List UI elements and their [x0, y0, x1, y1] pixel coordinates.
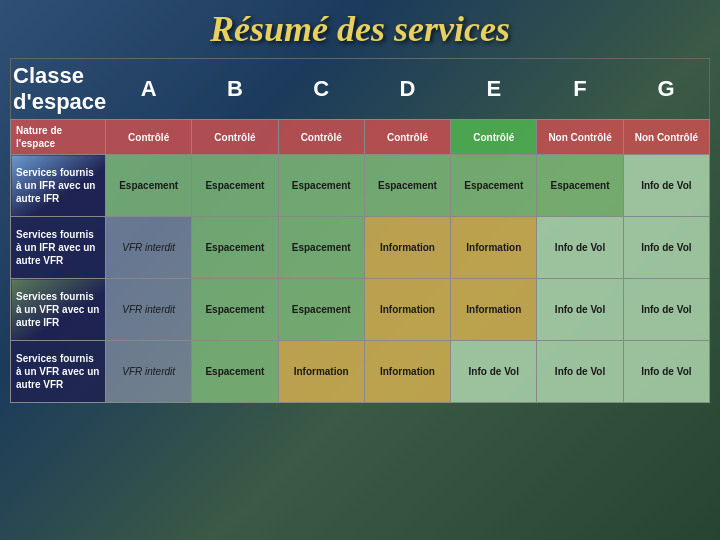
- cell-r4-c1: Espacement: [192, 341, 278, 403]
- page-content: Résumé des services Classe d'espace A B …: [0, 0, 720, 540]
- cell-r4-c5: Info de Vol: [537, 341, 623, 403]
- table-row: Services fournis à un VFR avec un autre …: [11, 279, 710, 341]
- cell-r0-c4: Contrôlé: [451, 120, 537, 155]
- table-header: Classe d'espace A B C D E F G: [11, 59, 710, 120]
- cell-r2-c2: Espacement: [278, 217, 364, 279]
- table-row: Services fournis à un VFR avec un autre …: [11, 341, 710, 403]
- cell-r3-c2: Espacement: [278, 279, 364, 341]
- table-row: Services fournis à un IFR avec un autre …: [11, 217, 710, 279]
- cell-r4-c4: Info de Vol: [451, 341, 537, 403]
- row-label-2: Services fournis à un IFR avec un autre …: [11, 217, 106, 279]
- page-title: Résumé des services: [210, 8, 510, 50]
- cell-r0-c6: Non Contrôlé: [623, 120, 709, 155]
- cell-r3-c0: VFR interdit: [106, 279, 192, 341]
- cell-r0-c0: Contrôlé: [106, 120, 192, 155]
- header-a: A: [106, 59, 192, 120]
- cell-r1-c5: Espacement: [537, 155, 623, 217]
- table-row: Nature de l'espaceContrôléContrôléContrô…: [11, 120, 710, 155]
- header-d: D: [364, 59, 450, 120]
- cell-r1-c2: Espacement: [278, 155, 364, 217]
- cell-r3-c4: Information: [451, 279, 537, 341]
- header-g: G: [623, 59, 709, 120]
- cell-r0-c5: Non Contrôlé: [537, 120, 623, 155]
- cell-r1-c1: Espacement: [192, 155, 278, 217]
- cell-r1-c4: Espacement: [451, 155, 537, 217]
- cell-r3-c6: Info de Vol: [623, 279, 709, 341]
- row-label-3: Services fournis à un VFR avec un autre …: [11, 279, 106, 341]
- row-label-0: Nature de l'espace: [11, 120, 106, 155]
- cell-r4-c6: Info de Vol: [623, 341, 709, 403]
- header-b: B: [192, 59, 278, 120]
- cell-r0-c3: Contrôlé: [364, 120, 450, 155]
- cell-r0-c2: Contrôlé: [278, 120, 364, 155]
- cell-r2-c3: Information: [364, 217, 450, 279]
- row-label-1: Services fournis à un IFR avec un autre …: [11, 155, 106, 217]
- cell-r2-c0: VFR interdit: [106, 217, 192, 279]
- header-f: F: [537, 59, 623, 120]
- cell-r3-c5: Info de Vol: [537, 279, 623, 341]
- cell-r3-c3: Information: [364, 279, 450, 341]
- row-label-4: Services fournis à un VFR avec un autre …: [11, 341, 106, 403]
- cell-r2-c4: Information: [451, 217, 537, 279]
- cell-r4-c0: VFR interdit: [106, 341, 192, 403]
- cell-r2-c1: Espacement: [192, 217, 278, 279]
- cell-r1-c6: Info de Vol: [623, 155, 709, 217]
- header-c: C: [278, 59, 364, 120]
- cell-r1-c0: Espacement: [106, 155, 192, 217]
- cell-r2-c6: Info de Vol: [623, 217, 709, 279]
- cell-r2-c5: Info de Vol: [537, 217, 623, 279]
- table-row: Services fournis à un IFR avec un autre …: [11, 155, 710, 217]
- cell-r0-c1: Contrôlé: [192, 120, 278, 155]
- header-classe: Classe d'espace: [11, 59, 106, 120]
- cell-r4-c2: Information: [278, 341, 364, 403]
- cell-r1-c3: Espacement: [364, 155, 450, 217]
- cell-r4-c3: Information: [364, 341, 450, 403]
- header-e: E: [451, 59, 537, 120]
- services-table: Classe d'espace A B C D E F G Nature de …: [10, 58, 710, 403]
- cell-r3-c1: Espacement: [192, 279, 278, 341]
